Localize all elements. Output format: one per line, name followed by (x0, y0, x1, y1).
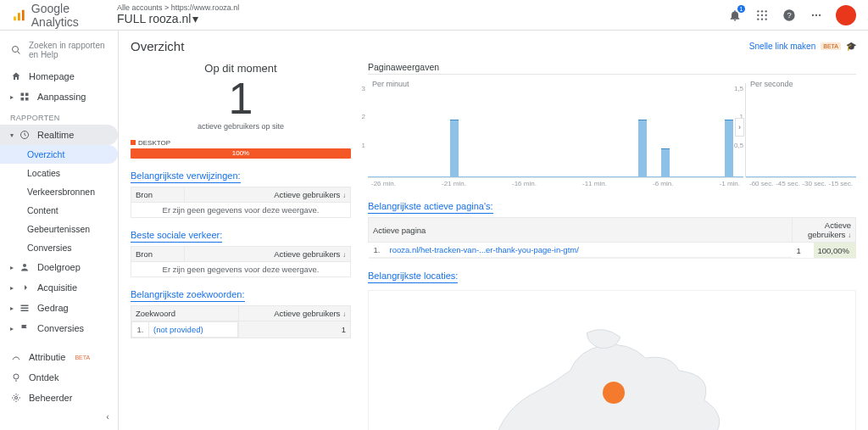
more-icon[interactable] (809, 8, 824, 23)
reports-label: RAPPORTEN (0, 107, 118, 125)
svg-point-8 (765, 14, 767, 15)
sidebar-collapse[interactable]: ‹ (0, 408, 118, 425)
keywords-table: ZoekwoordActieve gebruikers ↓ 1.(not pro… (131, 305, 351, 338)
sort-down-icon: ↓ (342, 251, 346, 259)
sidebar-acquisition[interactable]: Acquisitie (0, 277, 118, 298)
section-referrals[interactable]: Belangrijkste verwijzingen: (131, 170, 241, 183)
notifications-icon[interactable]: 1 (727, 8, 743, 23)
search-input[interactable]: Zoeken in rapporten en Help (0, 37, 118, 66)
logo-text: Google Analytics (31, 2, 114, 29)
sidebar-customization[interactable]: Aanpassing (0, 87, 118, 107)
sidebar-realtime-traffic[interactable]: Verkeersbronnen (0, 182, 118, 201)
chevron-down-icon: ▾ (192, 13, 198, 25)
sidebar-realtime-locations[interactable]: Locaties (0, 164, 118, 182)
header-actions: 1 ? (727, 5, 856, 25)
sidebar-discover[interactable]: Ontdek (0, 367, 118, 388)
locations-map[interactable] (368, 290, 856, 430)
flag-icon (19, 322, 31, 334)
customize-icon (19, 91, 31, 103)
desktop-label: DESKTOP (131, 139, 351, 147)
pageviews-title: Paginaweergaven (368, 62, 856, 75)
sidebar-realtime-content[interactable]: Content (0, 201, 118, 220)
section-active-pages[interactable]: Belangrijkste actieve pagina's: (368, 201, 493, 214)
main-content: Overzicht Snelle link maken BETA 🎓 Op di… (119, 31, 868, 430)
avatar[interactable] (836, 5, 856, 25)
svg-rect-1 (18, 13, 20, 20)
x-axis-minute: -26 min.-21 min.-16 min.-11 min.-6 min.-… (368, 178, 743, 189)
col-source: Bron (131, 187, 185, 203)
sidebar-admin[interactable]: Beheerder (0, 388, 118, 408)
map-svg (369, 291, 855, 430)
active-page-row[interactable]: 1.rooza.nl/het-tracken-van-...er-thank-y… (369, 243, 856, 259)
svg-point-9 (757, 18, 759, 20)
col-keyword: Zoekwoord (131, 306, 239, 321)
svg-text:?: ? (787, 11, 791, 20)
svg-point-11 (765, 18, 767, 20)
logo[interactable]: Google Analytics (12, 2, 114, 29)
notification-badge: 1 (737, 5, 745, 13)
sidebar-conversions[interactable]: Conversies (0, 318, 118, 338)
svg-rect-19 (25, 93, 29, 97)
referrals-table: BronActieve gebruikers ↓ Er zijn geen ge… (131, 187, 351, 218)
home-icon (10, 70, 22, 82)
section-locations[interactable]: Belangrijkste locaties: (368, 271, 458, 283)
left-column: Op dit moment 1 actieve gebruikers op si… (131, 62, 351, 430)
graduation-icon[interactable]: 🎓 (846, 42, 856, 51)
apps-icon[interactable] (754, 8, 770, 23)
right-now-subtitle: actieve gebruikers op site (131, 122, 351, 131)
help-icon[interactable]: ? (782, 8, 797, 23)
sort-down-icon: ↓ (848, 232, 851, 239)
svg-rect-0 (14, 16, 16, 20)
sidebar-realtime-events[interactable]: Gebeurtenissen (0, 220, 118, 238)
col-source: Bron (131, 247, 185, 262)
account-name: FULL rooza.nl ▾ (117, 13, 239, 25)
empty-social: Er zijn geen gegevens voor deze weergave… (131, 262, 351, 277)
svg-point-4 (761, 10, 763, 12)
svg-point-5 (765, 10, 767, 12)
sidebar-realtime-conversions[interactable]: Conversies (0, 238, 118, 257)
empty-referrals: Er zijn geen gegevens voor deze weergave… (131, 203, 351, 218)
chart-next[interactable]: › (735, 118, 744, 137)
chart-per-second: Per seconde 0,511,5 (746, 78, 856, 178)
svg-point-7 (761, 14, 763, 15)
svg-rect-2 (22, 9, 25, 20)
right-now-count: 1 (131, 76, 351, 120)
svg-rect-18 (21, 93, 25, 97)
chart-per-minute: Per minuut › 123 (368, 78, 743, 178)
quick-link[interactable]: Snelle link maken (749, 42, 815, 51)
keyword-row[interactable]: 1.(not provided) 1 (131, 321, 351, 338)
map-location-dot (603, 382, 625, 404)
svg-point-16 (819, 14, 821, 15)
sort-down-icon: ↓ (342, 192, 346, 199)
svg-point-28 (15, 397, 18, 399)
acquisition-icon (19, 282, 31, 293)
desktop-bar: 100% (131, 148, 351, 159)
attribution-icon (10, 351, 22, 363)
col-active-users: Actieve gebruikers (274, 249, 340, 259)
active-pages-table: Actieve paginaActieve gebruikers ↓ 1.roo… (368, 217, 856, 259)
section-keywords[interactable]: Belangrijkste zoekwoorden: (131, 289, 245, 302)
x-axis-second: -60 sec.-45 sec.-30 sec.-15 sec. (746, 178, 856, 189)
beta-pill: BETA (821, 42, 841, 50)
sidebar-realtime[interactable]: Realtime (0, 125, 118, 145)
bulb-icon (10, 371, 22, 383)
svg-rect-25 (21, 308, 29, 310)
sidebar-home[interactable]: Homepage (0, 66, 118, 87)
sidebar-attribution[interactable]: AttributieBETA (0, 347, 118, 367)
chart-label-minute: Per minuut (372, 80, 409, 88)
sidebar-realtime-overview[interactable]: Overzicht (0, 145, 118, 164)
svg-rect-21 (25, 98, 29, 101)
gear-icon (10, 392, 22, 404)
section-social[interactable]: Beste sociale verkeer: (131, 230, 222, 243)
svg-point-3 (757, 10, 759, 12)
sidebar-audience[interactable]: Doelgroep (0, 257, 118, 277)
page-title: Overzicht (131, 39, 184, 53)
right-column: Paginaweergaven Per minuut › 123 Per sec… (368, 62, 856, 430)
beta-badge: BETA (75, 355, 90, 360)
account-selector[interactable]: Alle accounts > https://www.rooza.nl FUL… (117, 4, 239, 25)
app-header: Google Analytics Alle accounts > https:/… (0, 0, 868, 31)
right-now-block: Op dit moment 1 actieve gebruikers op si… (131, 62, 351, 131)
svg-point-23 (23, 264, 26, 267)
svg-point-15 (815, 14, 817, 15)
sidebar-behavior[interactable]: Gedrag (0, 298, 118, 318)
